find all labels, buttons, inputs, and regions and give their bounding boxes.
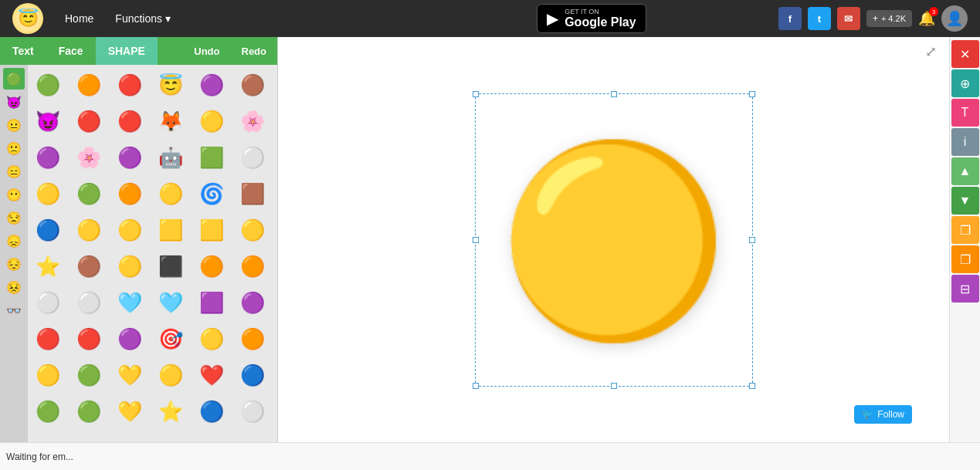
emoji-grid-item[interactable]: 🟪	[195, 286, 229, 320]
handle-mid-left[interactable]	[473, 237, 479, 243]
emoji-grid-item[interactable]: 🟢	[72, 394, 106, 428]
emoji-grid-item[interactable]: 🟫	[236, 177, 270, 211]
emoji-grid-item[interactable]: 🟣	[113, 140, 147, 174]
layers-tool[interactable]: ⊟	[951, 275, 979, 303]
canvas-area[interactable]: ⤢ 🟡 🐦 Follow	[278, 37, 949, 442]
emoji-sidebar-item[interactable]: 🟢	[3, 68, 25, 90]
emoji-grid-item[interactable]: ⚪	[236, 394, 270, 428]
emoji-grid-item[interactable]: 🟡	[113, 249, 147, 283]
emoji-grid-item[interactable]: 🟡	[72, 213, 106, 247]
emoji-grid-item[interactable]: ⭐	[31, 249, 65, 283]
copy-tool-1[interactable]: ❐	[951, 216, 979, 244]
home-link[interactable]: Home	[56, 8, 103, 29]
emoji-grid-item[interactable]: 🟤	[236, 68, 270, 102]
emoji-grid-item[interactable]: 🔵	[236, 358, 270, 392]
emoji-sidebar-item[interactable]: 😶	[3, 184, 25, 205]
emoji-sidebar-item[interactable]: 👓	[3, 299, 25, 321]
emoji-grid-item[interactable]: 🦊	[154, 104, 188, 138]
move-up-tool[interactable]: ▲	[951, 157, 979, 185]
handle-top-center[interactable]	[611, 91, 617, 97]
emoji-sidebar-item[interactable]: 😑	[3, 161, 25, 182]
emoji-grid-item[interactable]: ⚪	[31, 286, 65, 320]
emoji-grid-item[interactable]: 🟨	[195, 213, 229, 247]
emoji-sidebar-item[interactable]: 😔	[3, 253, 25, 275]
emoji-grid-item[interactable]: 🟡	[31, 358, 65, 392]
undo-button[interactable]: Undo	[183, 38, 230, 65]
emoji-grid-item[interactable]: 🔴	[72, 104, 106, 138]
emoji-grid-item[interactable]: 💛	[113, 358, 147, 392]
emoji-grid-item[interactable]: ❤️	[195, 358, 229, 392]
emoji-grid-item[interactable]: ⚪	[72, 286, 106, 320]
expand-icon[interactable]: ⤢	[925, 43, 937, 60]
mail-button[interactable]: ✉	[837, 7, 860, 30]
emoji-sidebar-item[interactable]: 😒	[3, 207, 25, 228]
emoji-sidebar-item[interactable]: 😣	[3, 276, 25, 298]
emoji-grid-item[interactable]: 🩵	[113, 286, 147, 320]
emoji-sidebar-item[interactable]: 😞	[3, 230, 25, 252]
emoji-grid-item[interactable]: 🟠	[72, 68, 106, 102]
emoji-grid-item[interactable]: 🟡	[113, 213, 147, 247]
emoji-grid-item[interactable]: 🟡	[31, 177, 65, 211]
handle-bottom-left[interactable]	[473, 383, 479, 389]
text-tool[interactable]: T	[951, 99, 979, 127]
emoji-sidebar-item[interactable]: 😐	[3, 114, 25, 136]
move-down-tool[interactable]: ▼	[951, 187, 979, 215]
emoji-sidebar-item[interactable]: 😈	[3, 91, 25, 113]
handle-bottom-center[interactable]	[611, 383, 617, 389]
emoji-grid-item[interactable]: 😈	[31, 104, 65, 138]
emoji-grid-item[interactable]: 🟡	[236, 213, 270, 247]
emoji-grid-item[interactable]: 🟩	[195, 140, 229, 174]
emoji-grid-item[interactable]: 🌸	[236, 104, 270, 138]
emoji-grid-item[interactable]: ⬛	[154, 249, 188, 283]
tab-shape[interactable]: SHAPE	[96, 37, 158, 65]
handle-top-left[interactable]	[473, 91, 479, 97]
emoji-grid-item[interactable]: 🟠	[236, 322, 270, 356]
emoji-grid-item[interactable]: 🟢	[31, 68, 65, 102]
emoji-grid-item[interactable]: 🟠	[195, 249, 229, 283]
emoji-grid-item[interactable]: 🔴	[72, 322, 106, 356]
user-avatar[interactable]: 👤	[941, 5, 968, 32]
twitter-button[interactable]: t	[808, 7, 831, 30]
emoji-grid-item[interactable]: ⚪	[236, 140, 270, 174]
tab-text[interactable]: Text	[0, 37, 46, 65]
emoji-grid-item[interactable]: 🟨	[154, 213, 188, 247]
emoji-grid-item[interactable]: 🟡	[195, 104, 229, 138]
copy-tool-2[interactable]: ❐	[951, 245, 979, 273]
emoji-grid-item[interactable]: 🟢	[31, 394, 65, 428]
emoji-grid-item[interactable]: 🟣	[31, 140, 65, 174]
emoji-grid-item[interactable]: 🟡	[154, 358, 188, 392]
facebook-button[interactable]: f	[778, 7, 802, 30]
emoji-grid-item[interactable]: 🟠	[236, 249, 270, 283]
handle-top-right[interactable]	[749, 91, 755, 97]
follow-widget-button[interactable]: 🐦 Follow	[854, 405, 912, 424]
emoji-grid-item[interactable]: 🌀	[195, 177, 229, 211]
info-tool[interactable]: i	[951, 128, 979, 156]
functions-dropdown[interactable]: Functions ▾	[106, 8, 180, 29]
emoji-grid-item[interactable]: 🟡	[154, 177, 188, 211]
emoji-grid-item[interactable]: 🟣	[195, 68, 229, 102]
emoji-grid-item[interactable]: 🎯	[154, 322, 188, 356]
emoji-grid-item[interactable]: 🔴	[113, 68, 147, 102]
emoji-grid-item[interactable]: ⭐	[154, 394, 188, 428]
handle-mid-right[interactable]	[749, 237, 755, 243]
emoji-grid-item[interactable]: 🟣	[113, 322, 147, 356]
emoji-grid-item[interactable]: 🟣	[236, 286, 270, 320]
emoji-grid-item[interactable]: 🟡	[195, 322, 229, 356]
emoji-grid-item[interactable]: 🩵	[154, 286, 188, 320]
emoji-grid-item[interactable]: 🌸	[72, 140, 106, 174]
emoji-grid-item[interactable]: 🟠	[113, 177, 147, 211]
emoji-grid-item[interactable]: 🟤	[72, 249, 106, 283]
close-tool[interactable]: ✕	[951, 40, 979, 68]
emoji-grid-item[interactable]: 🔵	[31, 213, 65, 247]
emoji-grid-item[interactable]: 💛	[113, 394, 147, 428]
emoji-grid-item[interactable]: 🟢	[72, 358, 106, 392]
handle-bottom-right[interactable]	[749, 383, 755, 389]
follow-button[interactable]: + + 4.2K	[866, 10, 912, 27]
emoji-grid-item[interactable]: 🟢	[72, 177, 106, 211]
emoji-sidebar-item[interactable]: 🙁	[3, 137, 25, 159]
zoom-tool[interactable]: ⊕	[951, 69, 979, 97]
emoji-grid-item[interactable]: 😇	[154, 68, 188, 102]
emoji-grid-item[interactable]: 🔴	[113, 104, 147, 138]
emoji-grid-item[interactable]: 🔵	[195, 394, 229, 428]
tab-face[interactable]: Face	[46, 37, 96, 65]
